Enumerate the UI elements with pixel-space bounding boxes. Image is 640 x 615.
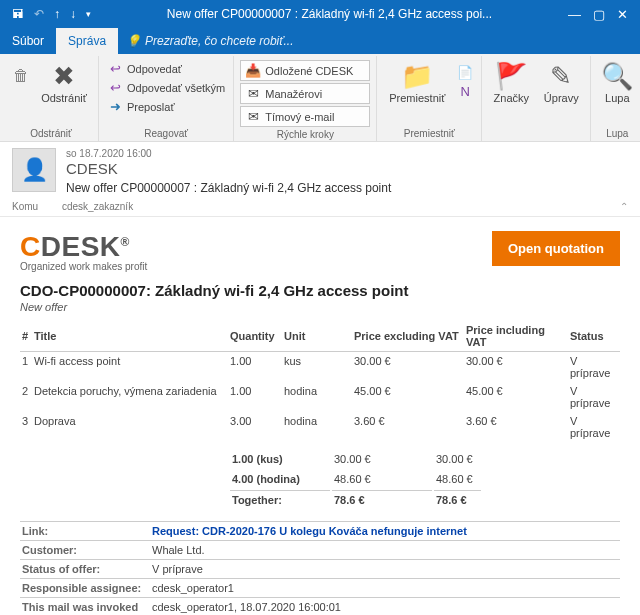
qat-undo-icon[interactable]: ↶ bbox=[34, 7, 44, 21]
delete-button[interactable]: ✖Odstrániť bbox=[36, 60, 92, 106]
expand-header-icon[interactable]: ⌃ bbox=[620, 201, 628, 212]
minimize-button[interactable]: — bbox=[568, 7, 581, 22]
ribbon-group-respond: ↩Odpovedať ↩Odpovedať všetkým ➜Preposlať… bbox=[99, 56, 234, 141]
info-table: Link:Request: CDR-2020-176 U kolegu Ková… bbox=[20, 521, 620, 615]
tellme-search[interactable]: 💡 Prezraďte, čo chcete robiť... bbox=[118, 34, 301, 48]
reply-all-button[interactable]: ↩Odpovedať všetkým bbox=[105, 79, 227, 96]
tab-file[interactable]: Súbor bbox=[0, 28, 56, 54]
ribbon-group-quicksteps: 📥Odložené CDESK ✉Manažérovi ✉Tímový e-ma… bbox=[234, 56, 377, 141]
avatar: 👤 bbox=[12, 148, 56, 192]
quick-access-toolbar: 🖬 ↶ ↑ ↓ ▾ bbox=[4, 7, 99, 21]
ribbon-group-tags: 🚩Značky ✎Úpravy bbox=[482, 56, 591, 141]
qat-dropdown-icon[interactable]: ▾ bbox=[86, 9, 91, 19]
recipient-row: Komu cdesk_zakazník ⌃ bbox=[0, 199, 640, 217]
new-offer-label: New offer bbox=[20, 301, 620, 313]
tags-button[interactable]: 🚩Značky bbox=[488, 60, 534, 106]
ribbon-group-move: 📁Premiestniť 📄 N Premiestniť bbox=[377, 56, 482, 141]
qat-up-icon[interactable]: ↑ bbox=[54, 7, 60, 21]
link-request[interactable]: Request: CDR-2020-176 U kolegu Kováča ne… bbox=[152, 525, 467, 537]
ribbon-group-zoom: 🔍Lupa Lupa bbox=[591, 56, 640, 141]
move-button[interactable]: 📁Premiestniť bbox=[383, 60, 451, 106]
quickstep-c[interactable]: ✉Tímový e-mail bbox=[240, 106, 370, 127]
open-quotation-button[interactable]: Open quotation bbox=[492, 231, 620, 266]
quotation-table: # Title Quantity Unit Price excluding VA… bbox=[20, 321, 620, 442]
maximize-button[interactable]: ▢ bbox=[593, 7, 605, 22]
message-date: so 18.7.2020 16:00 bbox=[66, 148, 628, 159]
message-subject: New offer CP00000007 : Základný wi-fi 2,… bbox=[66, 181, 628, 195]
qat-save-icon[interactable]: 🖬 bbox=[12, 7, 24, 21]
onenote-button[interactable]: N bbox=[455, 83, 475, 100]
quickstep-b[interactable]: ✉Manažérovi bbox=[240, 83, 370, 104]
ribbon-group-delete: 🗑 ✖Odstrániť Odstrániť bbox=[4, 56, 99, 141]
message-from: CDESK bbox=[66, 160, 628, 177]
message-header: 👤 so 18.7.2020 16:00 CDESK New offer CP0… bbox=[0, 142, 640, 199]
menu-bar: Súbor Správa 💡 Prezraďte, čo chcete robi… bbox=[0, 28, 640, 54]
zoom-button[interactable]: 🔍Lupa bbox=[597, 60, 637, 106]
to-label: Komu bbox=[12, 201, 52, 212]
message-body: CDESK® Organized work makes profit Open … bbox=[0, 217, 640, 615]
table-row: 1Wi-fi access point1.00kus30.00 €30.00 €… bbox=[20, 352, 620, 383]
tab-message[interactable]: Správa bbox=[56, 28, 118, 54]
lightbulb-icon: 💡 bbox=[126, 34, 141, 48]
qat-down-icon[interactable]: ↓ bbox=[70, 7, 76, 21]
ignore-button[interactable]: 🗑 bbox=[10, 60, 32, 92]
title-bar: 🖬 ↶ ↑ ↓ ▾ New offer CP00000007 : Základn… bbox=[0, 0, 640, 28]
close-button[interactable]: ✕ bbox=[617, 7, 628, 22]
rules-button[interactable]: 📄 bbox=[455, 64, 475, 81]
quotation-subtotal: 1.00 (kus)30.00 €30.00 € 4.00 (hodina)48… bbox=[228, 448, 483, 511]
forward-button[interactable]: ➜Preposlať bbox=[105, 98, 227, 115]
window-controls: — ▢ ✕ bbox=[560, 7, 636, 22]
window-title: New offer CP00000007 : Základný wi-fi 2,… bbox=[99, 7, 560, 21]
editing-button[interactable]: ✎Úpravy bbox=[538, 60, 584, 106]
table-row: 2Detekcia poruchy, výmena zariadenia1.00… bbox=[20, 382, 620, 412]
ribbon: 🗑 ✖Odstrániť Odstrániť ↩Odpovedať ↩Odpov… bbox=[0, 54, 640, 142]
to-value: cdesk_zakazník bbox=[62, 201, 133, 212]
table-row: 3Doprava3.00hodina3.60 €3.60 €V príprave bbox=[20, 412, 620, 442]
quickstep-a[interactable]: 📥Odložené CDESK bbox=[240, 60, 370, 81]
reply-button[interactable]: ↩Odpovedať bbox=[105, 60, 227, 77]
cdesk-logo: CDESK® Organized work makes profit bbox=[20, 231, 147, 272]
quotation-title: CDO-CP00000007: Základný wi-fi 2,4 GHz a… bbox=[20, 282, 620, 299]
